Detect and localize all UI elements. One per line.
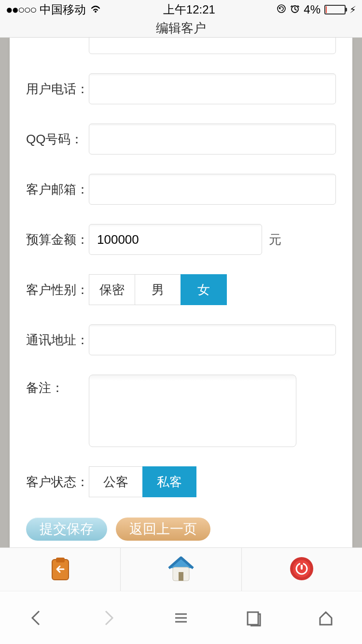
browser-navbar bbox=[0, 591, 362, 644]
app-tabbar bbox=[0, 547, 362, 591]
budget-label: 预算金额： bbox=[26, 231, 89, 248]
wifi-icon bbox=[90, 3, 101, 16]
row-email: 客户邮箱： bbox=[26, 174, 336, 205]
tab-clipboard[interactable] bbox=[0, 548, 121, 591]
status-bar: ●●○○○ 中国移动 上午12:21 4% ⚡︎ bbox=[0, 0, 362, 19]
email-label: 客户邮箱： bbox=[26, 181, 89, 198]
gender-label: 客户性别： bbox=[26, 281, 89, 298]
tab-home[interactable] bbox=[121, 548, 241, 591]
browser-tabs-button[interactable] bbox=[244, 608, 263, 628]
page-title: 编辑客户 bbox=[156, 20, 206, 37]
row-qq: QQ号码： bbox=[26, 124, 336, 154]
budget-input[interactable] bbox=[89, 224, 262, 255]
gender-option-female[interactable]: 女 bbox=[181, 274, 227, 305]
address-input[interactable] bbox=[89, 324, 336, 355]
browser-home-button[interactable] bbox=[316, 608, 335, 628]
battery-pct: 4% bbox=[304, 3, 320, 16]
svg-point-0 bbox=[95, 11, 97, 13]
phone-label: 用户电话： bbox=[26, 81, 89, 98]
row-gender: 客户性别： 保密 男 女 bbox=[26, 274, 336, 305]
status-option-public[interactable]: 公客 bbox=[89, 466, 143, 497]
svg-rect-10 bbox=[300, 562, 303, 565]
row-address: 通讯地址： bbox=[26, 324, 336, 355]
address-label: 通讯地址： bbox=[26, 332, 89, 349]
alarm-icon bbox=[290, 3, 300, 16]
browser-forward-button[interactable] bbox=[99, 608, 118, 628]
qq-input[interactable] bbox=[89, 124, 336, 154]
browser-menu-button[interactable] bbox=[171, 608, 191, 628]
phone-input[interactable] bbox=[89, 73, 336, 104]
back-button[interactable]: 返回上一页 bbox=[116, 518, 210, 541]
remark-label: 备注： bbox=[26, 375, 89, 396]
svg-rect-6 bbox=[179, 572, 183, 581]
page-title-bar: 编辑客户 bbox=[0, 19, 362, 38]
qq-label: QQ号码： bbox=[26, 131, 89, 148]
row-phone: 用户电话： bbox=[26, 73, 336, 104]
signal-dots: ●●○○○ bbox=[6, 3, 36, 16]
charging-icon: ⚡︎ bbox=[349, 4, 356, 15]
home-icon bbox=[166, 555, 196, 585]
tab-power[interactable] bbox=[242, 548, 362, 591]
power-icon bbox=[289, 556, 314, 583]
status-option-private[interactable]: 私客 bbox=[142, 466, 196, 497]
svg-rect-11 bbox=[248, 612, 258, 625]
action-bar: 提交保存 返回上一页 bbox=[26, 518, 210, 541]
gender-segmented: 保密 男 女 bbox=[89, 274, 227, 305]
gender-option-male[interactable]: 男 bbox=[135, 274, 181, 305]
budget-unit: 元 bbox=[269, 231, 281, 248]
clock: 上午12:21 bbox=[163, 2, 215, 17]
submit-button[interactable]: 提交保存 bbox=[26, 518, 107, 541]
input-prev-field[interactable] bbox=[89, 38, 336, 54]
clipboard-icon bbox=[47, 556, 73, 584]
row-remark: 备注： bbox=[26, 375, 336, 447]
carrier-label: 中国移动 bbox=[40, 2, 86, 17]
svg-rect-4 bbox=[56, 558, 65, 562]
status-segmented: 公客 私客 bbox=[89, 466, 196, 497]
remark-textarea[interactable] bbox=[89, 375, 296, 447]
battery-icon bbox=[324, 5, 346, 14]
browser-back-button[interactable] bbox=[27, 608, 46, 628]
form-card: 用户电话： QQ号码： 客户邮箱： 预算金额： 元 客户性别： 保密 男 女 通… bbox=[10, 38, 352, 547]
row-budget: 预算金额： 元 bbox=[26, 224, 336, 255]
row-status: 客户状态： 公客 私客 bbox=[26, 466, 336, 497]
rotation-lock-icon bbox=[277, 3, 286, 16]
svg-point-1 bbox=[278, 5, 285, 13]
row-hidden-top bbox=[26, 38, 336, 54]
email-input[interactable] bbox=[89, 174, 336, 205]
gender-option-secret[interactable]: 保密 bbox=[89, 274, 135, 305]
status-label: 客户状态： bbox=[26, 474, 89, 490]
